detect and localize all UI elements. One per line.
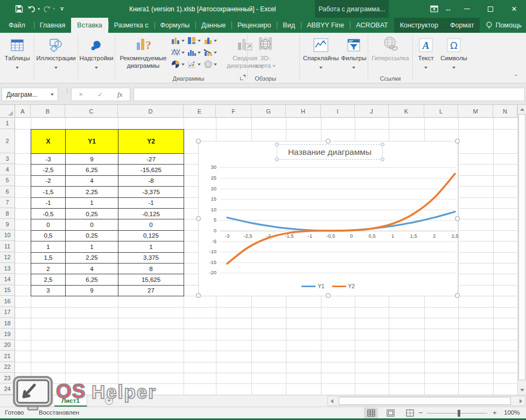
tab-Формат[interactable]: Формат: [444, 18, 480, 33]
chart-title-box[interactable]: Название диаграммы: [277, 144, 383, 160]
symbols-button[interactable]: Ω Символы: [439, 34, 468, 81]
row-header-3[interactable]: 3: [0, 153, 15, 164]
column-header-G[interactable]: G: [251, 105, 286, 118]
table-header-X[interactable]: X: [31, 129, 66, 154]
zoom-out-icon[interactable]: −: [418, 408, 423, 417]
illustrations-button[interactable]: Иллюстрации: [36, 34, 76, 81]
table-cell[interactable]: 1: [65, 241, 118, 252]
formula-bar-drag-dots[interactable]: ⋮: [65, 90, 70, 92]
charts-dialog-launcher-icon[interactable]: [240, 75, 246, 80]
3d-map-button[interactable]: 3D- карта: [250, 34, 281, 81]
table-cell[interactable]: 0,25: [65, 208, 118, 219]
table-cell[interactable]: -2,5: [31, 164, 66, 175]
histogram-chart-icon[interactable]: [187, 47, 201, 58]
column-header-H[interactable]: H: [286, 105, 321, 118]
scatter-chart-icon[interactable]: [187, 59, 201, 69]
row-header-13[interactable]: 13: [0, 263, 15, 274]
column-header-L[interactable]: L: [424, 105, 458, 118]
column-header-D[interactable]: D: [118, 105, 184, 118]
table-header-Y1[interactable]: Y1: [65, 129, 118, 154]
table-cell[interactable]: 0: [31, 219, 66, 230]
zoom-level[interactable]: 100%: [504, 409, 520, 416]
row-header-11[interactable]: 11: [0, 241, 15, 252]
table-cell[interactable]: 9: [65, 285, 118, 296]
table-cell[interactable]: 6,25: [65, 274, 118, 285]
filters-button[interactable]: Фильтры: [341, 34, 367, 81]
close-button[interactable]: ×: [502, 0, 526, 18]
title-handle[interactable]: [381, 158, 384, 161]
ribbon-display-options-icon[interactable]: [427, 0, 441, 18]
status-recovered[interactable]: Восстановлен: [39, 409, 79, 416]
table-cell[interactable]: 6,25: [65, 164, 118, 175]
row-header-4[interactable]: 4: [0, 164, 15, 175]
row-header-9[interactable]: 9: [0, 219, 15, 230]
table-cell[interactable]: 1: [118, 241, 184, 252]
chart-selection-handle[interactable]: [326, 139, 331, 144]
zoom-slider-track[interactable]: [427, 413, 487, 414]
scroll-up-icon[interactable]: [518, 105, 526, 113]
row-header-15[interactable]: 15: [0, 285, 15, 296]
row-header-14[interactable]: 14: [0, 274, 15, 284]
save-icon[interactable]: [13, 3, 25, 15]
row-header-21[interactable]: 21: [0, 351, 15, 361]
table-cell[interactable]: 1: [31, 241, 66, 252]
column-header-A[interactable]: A: [15, 105, 31, 118]
tab-Вид[interactable]: Вид: [277, 18, 301, 33]
line-chart-icon[interactable]: [171, 47, 185, 58]
table-cell[interactable]: -0,125: [118, 208, 184, 219]
row-header-19[interactable]: 19: [0, 329, 15, 339]
name-box-caret-icon[interactable]: [51, 94, 54, 96]
prev-sheet-icon[interactable]: [19, 398, 22, 403]
minimize-button[interactable]: [455, 0, 479, 18]
formula-input[interactable]: [134, 88, 525, 101]
combo-chart-icon[interactable]: [203, 47, 218, 58]
table-cell[interactable]: -1: [118, 197, 184, 209]
radar-chart-icon[interactable]: [203, 59, 218, 69]
addins-button[interactable]: Надстройки: [79, 34, 114, 81]
row-header-10[interactable]: 10: [0, 230, 15, 241]
hierarchy-chart-icon[interactable]: [203, 35, 218, 46]
horizontal-scrollbar[interactable]: [327, 396, 525, 406]
horizontal-scroll-thumb[interactable]: [339, 397, 511, 405]
table-cell[interactable]: 2,25: [65, 186, 118, 197]
column-header-I[interactable]: I: [321, 105, 355, 118]
resize-arrows-icon[interactable]: ↔: [441, 0, 455, 18]
recommended-charts-button[interactable]: ? Рекомендуемые диаграммы: [117, 34, 169, 81]
undo-dropdown-caret[interactable]: ▾: [38, 6, 40, 11]
column-header-K[interactable]: K: [389, 105, 424, 118]
legend-item-Y1[interactable]: Y1: [301, 283, 324, 289]
row-header-24[interactable]: 24: [0, 383, 15, 394]
table-cell[interactable]: 0,5: [31, 230, 66, 241]
column-header-J[interactable]: J: [355, 105, 389, 118]
title-handle[interactable]: [381, 143, 384, 146]
normal-view-icon[interactable]: [364, 408, 378, 418]
zoom-in-icon[interactable]: +: [493, 409, 497, 417]
sparklines-button[interactable]: Спарклайны: [301, 34, 340, 81]
text-button[interactable]: A Текст: [414, 34, 438, 81]
table-cell[interactable]: -3: [31, 153, 66, 165]
cancel-entry-icon[interactable]: ×: [79, 90, 83, 98]
table-cell[interactable]: 8: [118, 263, 184, 274]
series-line-Y2[interactable]: [227, 174, 455, 264]
title-handle[interactable]: [275, 158, 279, 161]
tab-Главная[interactable]: Главная: [34, 18, 72, 33]
name-box[interactable]: Диаграм...: [2, 88, 58, 101]
table-cell[interactable]: -15,625: [118, 164, 184, 175]
zoom-slider-thumb[interactable]: [458, 410, 460, 417]
chart-selection-handle[interactable]: [196, 216, 201, 221]
hyperlink-button[interactable]: Гиперссылка: [369, 34, 411, 81]
legend-item-Y2[interactable]: Y2: [332, 283, 355, 289]
row-header-5[interactable]: 5: [0, 175, 15, 186]
customize-qat-icon[interactable]: ▾: [56, 3, 68, 15]
row-header-22[interactable]: 22: [0, 362, 15, 373]
collapse-ribbon-icon[interactable]: ⌃: [514, 74, 518, 80]
table-cell[interactable]: 1,5: [31, 252, 66, 264]
new-sheet-icon[interactable]: +: [105, 397, 113, 405]
tab-help[interactable]: Помощь: [480, 18, 526, 33]
row-header-1[interactable]: 1: [0, 118, 15, 129]
table-cell[interactable]: -8: [118, 175, 184, 187]
vertical-scrollbar[interactable]: [517, 105, 526, 395]
row-header-6[interactable]: 6: [0, 186, 15, 197]
row-header-18[interactable]: 18: [0, 318, 15, 329]
table-cell[interactable]: -2: [31, 175, 66, 187]
